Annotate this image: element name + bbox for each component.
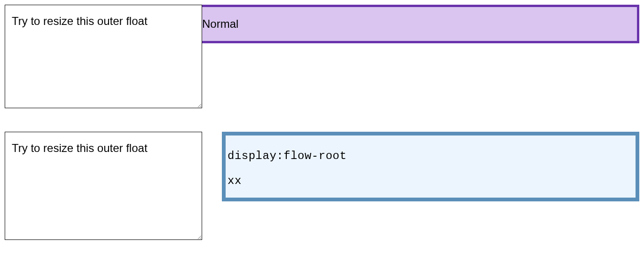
normal-box-text: Normal [202, 17, 238, 30]
resizable-float-box[interactable]: Try to resize this outer float [5, 132, 202, 240]
example-flow-root: Try to resize this outer float display:f… [5, 127, 639, 240]
flow-root-code-line: display:flow-root [228, 150, 634, 162]
float-box-text: Try to resize this outer float [12, 142, 148, 154]
flow-root-body-line: xx [228, 175, 634, 187]
example-normal: Try to resize this outer float Normal [5, 5, 639, 108]
resizable-float-box[interactable]: Try to resize this outer float [5, 5, 202, 108]
flow-root-box: display:flow-root xx [222, 132, 639, 201]
float-box-text: Try to resize this outer float [12, 15, 148, 27]
